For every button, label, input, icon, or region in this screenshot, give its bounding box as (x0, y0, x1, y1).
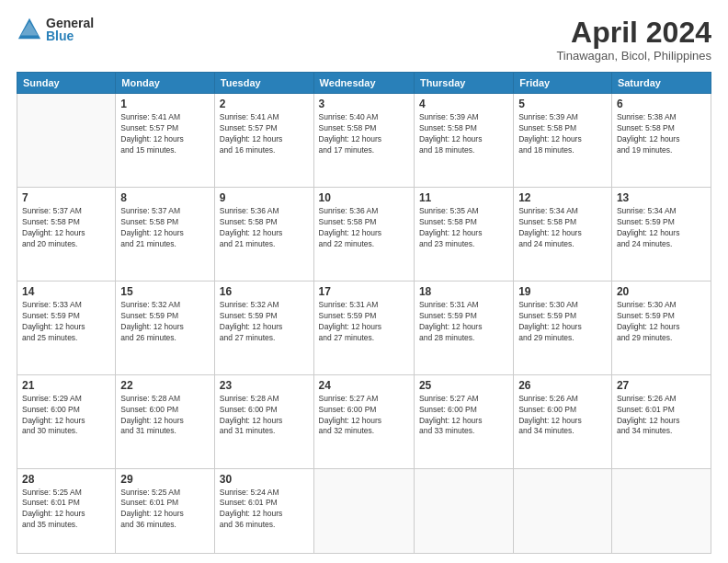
day-info: Sunrise: 5:35 AMSunset: 5:58 PMDaylight:… (419, 206, 508, 250)
day-info: Sunrise: 5:40 AMSunset: 5:58 PMDaylight:… (319, 112, 409, 156)
day-info: Sunrise: 5:38 AMSunset: 5:58 PMDaylight:… (617, 112, 706, 156)
col-friday: Friday (514, 73, 612, 94)
col-monday: Monday (116, 73, 215, 94)
day-number: 24 (319, 379, 409, 392)
logo-blue: Blue (46, 29, 94, 42)
day-number: 30 (220, 473, 309, 486)
table-row: 9Sunrise: 5:36 AMSunset: 5:58 PMDaylight… (214, 188, 313, 282)
col-wednesday: Wednesday (313, 73, 414, 94)
table-row: 7Sunrise: 5:37 AMSunset: 5:58 PMDaylight… (17, 188, 116, 282)
day-number: 20 (617, 285, 706, 298)
table-row: 25Sunrise: 5:27 AMSunset: 6:00 PMDayligh… (414, 374, 513, 468)
day-info: Sunrise: 5:31 AMSunset: 5:59 PMDaylight:… (419, 300, 508, 344)
table-row (514, 468, 612, 553)
table-row: 5Sunrise: 5:39 AMSunset: 5:58 PMDaylight… (514, 94, 612, 188)
day-number: 6 (617, 98, 706, 110)
table-row: 11Sunrise: 5:35 AMSunset: 5:58 PMDayligh… (414, 188, 513, 282)
page: General Blue April 2024 Tinawagan, Bicol… (0, 0, 728, 563)
day-info: Sunrise: 5:27 AMSunset: 6:00 PMDaylight:… (419, 394, 508, 438)
location: Tinawagan, Bicol, Philippines (556, 49, 711, 63)
day-number: 3 (319, 98, 409, 110)
day-number: 15 (120, 285, 210, 298)
calendar-table: Sunday Monday Tuesday Wednesday Thursday… (17, 72, 711, 554)
table-row: 17Sunrise: 5:31 AMSunset: 5:59 PMDayligh… (313, 281, 414, 374)
table-row: 1Sunrise: 5:41 AMSunset: 5:57 PMDaylight… (116, 94, 215, 188)
day-info: Sunrise: 5:25 AMSunset: 6:01 PMDaylight:… (22, 488, 110, 532)
table-row: 8Sunrise: 5:37 AMSunset: 5:58 PMDaylight… (116, 188, 215, 282)
table-row: 24Sunrise: 5:27 AMSunset: 6:00 PMDayligh… (313, 374, 414, 468)
day-number: 17 (319, 285, 409, 298)
table-row: 4Sunrise: 5:39 AMSunset: 5:58 PMDaylight… (414, 94, 513, 188)
day-number: 4 (419, 98, 508, 110)
day-number: 10 (319, 191, 409, 204)
day-number: 11 (419, 191, 508, 204)
day-info: Sunrise: 5:27 AMSunset: 6:00 PMDaylight:… (319, 394, 409, 438)
table-row: 26Sunrise: 5:26 AMSunset: 6:00 PMDayligh… (514, 374, 612, 468)
day-info: Sunrise: 5:41 AMSunset: 5:57 PMDaylight:… (120, 112, 210, 156)
day-info: Sunrise: 5:32 AMSunset: 5:59 PMDaylight:… (120, 300, 210, 344)
table-row (17, 94, 116, 188)
table-row (611, 468, 711, 553)
day-info: Sunrise: 5:26 AMSunset: 6:01 PMDaylight:… (617, 394, 706, 438)
day-info: Sunrise: 5:28 AMSunset: 6:00 PMDaylight:… (220, 394, 309, 438)
table-row: 16Sunrise: 5:32 AMSunset: 5:59 PMDayligh… (214, 281, 313, 374)
day-number: 5 (518, 98, 607, 110)
day-number: 9 (220, 191, 309, 204)
day-info: Sunrise: 5:32 AMSunset: 5:59 PMDaylight:… (220, 300, 309, 344)
table-row: 19Sunrise: 5:30 AMSunset: 5:59 PMDayligh… (514, 281, 612, 374)
day-number: 13 (617, 191, 706, 204)
day-info: Sunrise: 5:30 AMSunset: 5:59 PMDaylight:… (518, 300, 607, 344)
table-row: 21Sunrise: 5:29 AMSunset: 6:00 PMDayligh… (17, 374, 116, 468)
col-thursday: Thursday (414, 73, 513, 94)
day-info: Sunrise: 5:39 AMSunset: 5:58 PMDaylight:… (518, 112, 607, 156)
table-row: 12Sunrise: 5:34 AMSunset: 5:58 PMDayligh… (514, 188, 612, 282)
day-info: Sunrise: 5:31 AMSunset: 5:59 PMDaylight:… (319, 300, 409, 344)
day-number: 22 (120, 379, 210, 392)
logo-icon (17, 17, 42, 42)
col-saturday: Saturday (611, 73, 711, 94)
day-info: Sunrise: 5:29 AMSunset: 6:00 PMDaylight:… (22, 394, 110, 438)
table-row: 10Sunrise: 5:36 AMSunset: 5:58 PMDayligh… (313, 188, 414, 282)
table-row: 3Sunrise: 5:40 AMSunset: 5:58 PMDaylight… (313, 94, 414, 188)
table-row: 28Sunrise: 5:25 AMSunset: 6:01 PMDayligh… (17, 468, 116, 553)
title-section: April 2024 Tinawagan, Bicol, Philippines (556, 17, 711, 63)
day-info: Sunrise: 5:28 AMSunset: 6:00 PMDaylight:… (120, 394, 210, 438)
svg-marker-1 (21, 22, 39, 36)
day-number: 12 (518, 191, 607, 204)
month-title: April 2024 (556, 17, 711, 49)
day-number: 16 (220, 285, 309, 298)
table-row: 22Sunrise: 5:28 AMSunset: 6:00 PMDayligh… (116, 374, 215, 468)
day-number: 8 (120, 191, 210, 204)
day-info: Sunrise: 5:41 AMSunset: 5:57 PMDaylight:… (220, 112, 309, 156)
day-number: 19 (518, 285, 607, 298)
logo-text: General Blue (46, 17, 94, 42)
day-number: 1 (120, 98, 210, 110)
day-number: 23 (220, 379, 309, 392)
table-row: 30Sunrise: 5:24 AMSunset: 6:01 PMDayligh… (214, 468, 313, 553)
day-number: 25 (419, 379, 508, 392)
day-info: Sunrise: 5:34 AMSunset: 5:59 PMDaylight:… (617, 206, 706, 250)
col-tuesday: Tuesday (214, 73, 313, 94)
table-row (313, 468, 414, 553)
logo: General Blue (17, 17, 94, 42)
day-info: Sunrise: 5:37 AMSunset: 5:58 PMDaylight:… (120, 206, 210, 250)
day-number: 27 (617, 379, 706, 392)
day-number: 29 (120, 473, 210, 486)
day-info: Sunrise: 5:25 AMSunset: 6:01 PMDaylight:… (120, 488, 210, 532)
table-row: 13Sunrise: 5:34 AMSunset: 5:59 PMDayligh… (611, 188, 711, 282)
day-number: 28 (22, 473, 110, 486)
table-row: 6Sunrise: 5:38 AMSunset: 5:58 PMDaylight… (611, 94, 711, 188)
header-row: Sunday Monday Tuesday Wednesday Thursday… (17, 73, 711, 94)
table-row: 29Sunrise: 5:25 AMSunset: 6:01 PMDayligh… (116, 468, 215, 553)
table-row (414, 468, 513, 553)
col-sunday: Sunday (17, 73, 116, 94)
day-info: Sunrise: 5:39 AMSunset: 5:58 PMDaylight:… (419, 112, 508, 156)
day-info: Sunrise: 5:24 AMSunset: 6:01 PMDaylight:… (220, 488, 309, 532)
table-row: 20Sunrise: 5:30 AMSunset: 5:59 PMDayligh… (611, 281, 711, 374)
table-row: 23Sunrise: 5:28 AMSunset: 6:00 PMDayligh… (214, 374, 313, 468)
day-number: 26 (518, 379, 607, 392)
table-row: 18Sunrise: 5:31 AMSunset: 5:59 PMDayligh… (414, 281, 513, 374)
day-info: Sunrise: 5:37 AMSunset: 5:58 PMDaylight:… (22, 206, 110, 250)
day-info: Sunrise: 5:36 AMSunset: 5:58 PMDaylight:… (319, 206, 409, 250)
day-number: 7 (22, 191, 110, 204)
